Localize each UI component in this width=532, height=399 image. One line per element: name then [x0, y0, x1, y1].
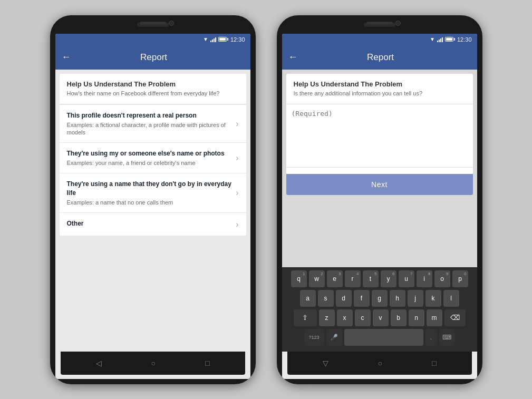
problem-subtitle-1: How's their name on Facebook different f…: [67, 90, 239, 98]
key-t[interactable]: 5t: [363, 270, 379, 287]
back-button-2[interactable]: ←: [288, 52, 298, 63]
menu-item-1[interactable]: This profile doesn't represent a real pe…: [60, 104, 246, 142]
key-y[interactable]: 6y: [381, 270, 396, 287]
key-n[interactable]: n: [409, 309, 424, 326]
header-title-2: Report: [306, 52, 455, 63]
content-area-1: Help Us Understand The Problem How's the…: [55, 70, 250, 352]
key-e[interactable]: 3e: [327, 270, 343, 287]
key-r[interactable]: 4r: [345, 270, 361, 287]
key-u[interactable]: 7u: [399, 270, 414, 287]
nav-recent-1[interactable]: □: [205, 359, 209, 367]
status-icons-1: ▼ 12:30: [203, 36, 245, 43]
phone-speaker: [140, 22, 166, 25]
problem-title-1: Help Us Understand The Problem: [67, 80, 239, 88]
key-delete[interactable]: ⌫: [444, 309, 466, 326]
nav-home-1[interactable]: ○: [151, 359, 156, 367]
phone-2-speaker: [366, 22, 393, 25]
problem-header-1: Help Us Understand The Problem How's the…: [60, 74, 246, 104]
chevron-icon-1: ›: [236, 119, 238, 129]
menu-item-2-title: They're using my or someone else's name …: [67, 149, 232, 158]
problem-header-2: Help Us Understand The Problem Is there …: [286, 74, 473, 104]
key-s[interactable]: s: [318, 290, 334, 307]
menu-item-2-desc: Examples: your name, a friend or celebri…: [67, 159, 232, 167]
key-f[interactable]: f: [354, 290, 370, 307]
wifi-icon-2: ▼: [430, 36, 435, 42]
status-bar-2: ▼ 12:30: [282, 34, 477, 45]
keyboard: 1q 2w 3e 4r 5t 6y 7u 8i 9o 0p a s d f g …: [282, 267, 477, 352]
input-card-2: Help Us Understand The Problem Is there …: [286, 74, 473, 195]
key-k[interactable]: k: [425, 290, 441, 307]
status-bar-1: ▼ 12:30: [55, 34, 250, 45]
content-area-2: Help Us Understand The Problem Is there …: [282, 70, 477, 267]
key-l[interactable]: l: [443, 290, 459, 307]
key-mic[interactable]: 🎤: [326, 329, 342, 346]
key-o[interactable]: 9o: [434, 270, 450, 287]
key-m[interactable]: m: [427, 309, 442, 326]
chevron-icon-4: ›: [236, 220, 238, 229]
menu-item-2-content: They're using my or someone else's name …: [67, 149, 232, 167]
keyboard-row-3: ⇧ z x c v b n m ⌫: [284, 309, 475, 326]
key-i[interactable]: 8i: [417, 270, 432, 287]
additional-info-input[interactable]: [286, 104, 473, 168]
menu-item-1-title: This profile doesn't represent a real pe…: [67, 111, 232, 120]
menu-item-3[interactable]: They're using a name that they don't go …: [60, 173, 246, 212]
key-x[interactable]: x: [337, 309, 353, 326]
key-keyboard-icon[interactable]: ⌨: [439, 329, 455, 346]
key-w[interactable]: 2w: [309, 270, 325, 287]
next-button[interactable]: Next: [286, 174, 473, 195]
key-c[interactable]: c: [355, 309, 371, 326]
key-z[interactable]: z: [319, 309, 335, 326]
status-time-1: 12:30: [230, 36, 245, 43]
bottom-nav-1: ◁ ○ □: [61, 352, 245, 375]
menu-item-3-title: They're using a name that they don't go …: [67, 180, 232, 198]
keyboard-row-4: ?123 🎤 . ⌨: [284, 329, 475, 346]
key-shift[interactable]: ⇧: [294, 309, 317, 326]
nav-recent-2[interactable]: □: [432, 359, 436, 367]
key-b[interactable]: b: [391, 309, 407, 326]
problem-title-2: Help Us Understand The Problem: [294, 80, 466, 88]
report-card-1: Help Us Understand The Problem How's the…: [60, 74, 246, 236]
key-num-toggle[interactable]: ?123: [304, 329, 324, 346]
nav-back-2[interactable]: ▽: [323, 359, 328, 367]
app-header-1: ← Report: [55, 45, 250, 70]
battery-icon-2: [445, 37, 455, 42]
phone-2: ▼ 12:30 ← Report: [277, 15, 482, 384]
keyboard-row-2: a s d f g h j k l: [284, 290, 475, 307]
battery-icon: [218, 37, 228, 42]
nav-back-1[interactable]: ◁: [96, 359, 102, 367]
key-h[interactable]: h: [390, 290, 405, 307]
key-g[interactable]: g: [372, 290, 388, 307]
keyboard-row-1: 1q 2w 3e 4r 5t 6y 7u 8i 9o 0p: [284, 270, 475, 287]
menu-item-3-desc: Examples: a name that no one calls them: [67, 199, 232, 206]
chevron-icon-2: ›: [236, 153, 238, 163]
menu-item-2[interactable]: They're using my or someone else's name …: [60, 142, 246, 173]
status-icons-2: ▼ 12:30: [430, 36, 471, 43]
wifi-icon: ▼: [203, 36, 208, 42]
menu-item-4-title: Other: [67, 219, 232, 228]
phone-2-screen: ▼ 12:30 ← Report: [282, 34, 477, 379]
menu-item-3-content: They're using a name that they don't go …: [67, 180, 232, 206]
nav-home-2[interactable]: ○: [378, 359, 382, 367]
phone-camera: [169, 21, 174, 26]
status-time-2: 12:30: [457, 36, 472, 43]
phone-1-screen: ▼ 12:30 ← Report: [55, 34, 250, 379]
key-j[interactable]: j: [408, 290, 423, 307]
key-v[interactable]: v: [373, 309, 389, 326]
key-p[interactable]: 0p: [452, 270, 468, 287]
bottom-nav-2: ▽ ○ □: [287, 352, 472, 375]
back-button-1[interactable]: ←: [62, 52, 71, 63]
key-q[interactable]: 1q: [291, 270, 307, 287]
key-d[interactable]: d: [336, 290, 352, 307]
phone-2-camera: [395, 21, 401, 26]
signal-icon: [210, 37, 216, 42]
app-header-2: ← Report: [282, 45, 477, 70]
menu-item-1-desc: Examples: a fictional character, a profi…: [67, 121, 232, 137]
chevron-icon-3: ›: [236, 188, 238, 198]
key-space[interactable]: [344, 329, 423, 346]
phone-1: ▼ 12:30 ← Report: [50, 15, 256, 384]
header-title-1: Report: [80, 52, 228, 63]
problem-subtitle-2: Is there any additional information you …: [294, 90, 466, 98]
key-a[interactable]: a: [300, 290, 316, 307]
key-period[interactable]: .: [425, 329, 437, 346]
menu-item-4[interactable]: Other ›: [60, 212, 246, 236]
